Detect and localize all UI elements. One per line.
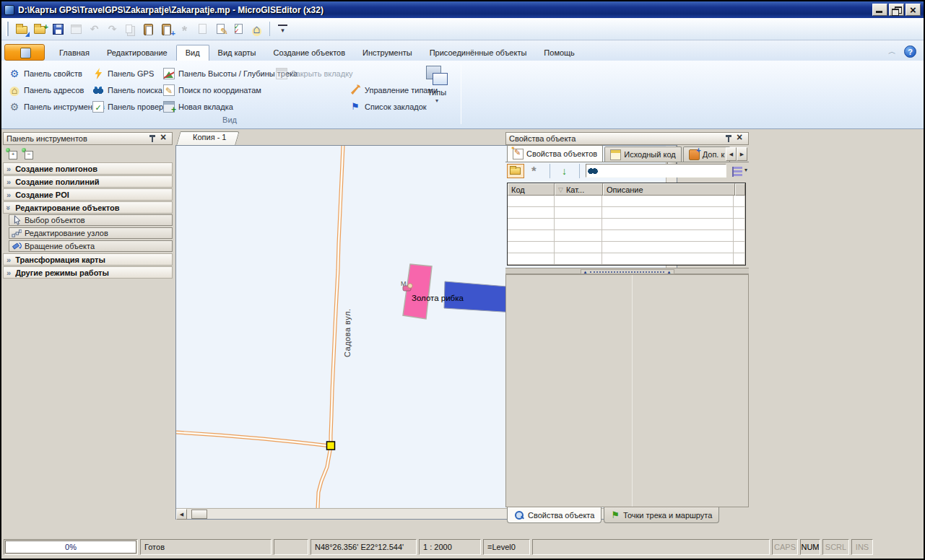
open-type-button[interactable] xyxy=(507,164,524,178)
save-icon[interactable] xyxy=(51,22,66,37)
ribbon-item-close-tab[interactable]: Закрыть вкладку xyxy=(273,66,356,81)
collapse-ribbon-icon[interactable] xyxy=(888,48,898,56)
scroll-left-icon[interactable] xyxy=(176,509,187,520)
poi-label: Золота рибка xyxy=(412,294,464,302)
section-create-polylines[interactable]: » Создание полилиний xyxy=(3,175,173,188)
splitter-handle[interactable]: ▲ ▲ xyxy=(581,269,674,274)
pane-divider[interactable] xyxy=(632,275,633,507)
open-map-icon[interactable] xyxy=(14,22,30,37)
close-panel-icon[interactable] xyxy=(160,134,169,143)
close-button[interactable] xyxy=(906,4,921,16)
ribbon-item-types[interactable]: Типы ▾ xyxy=(420,64,453,116)
tab-prisoedinennye-obekty[interactable]: Присоединённые объекты xyxy=(421,45,536,61)
toolbar-options-icon[interactable]: ▾ xyxy=(278,25,287,34)
table-row[interactable] xyxy=(508,207,745,219)
redo-icon[interactable]: ↷ xyxy=(105,22,120,37)
section-map-transformation[interactable]: » Трансформация карты xyxy=(3,253,173,266)
close-doc-icon[interactable] xyxy=(195,22,210,37)
column-header-description[interactable]: Описание xyxy=(603,183,735,196)
export-window-icon[interactable] xyxy=(69,22,84,37)
collapse-all-icon[interactable] xyxy=(22,148,33,159)
add-map-icon[interactable]: + xyxy=(32,22,48,37)
splitter-collapse-icon[interactable]: ▲ xyxy=(667,270,672,274)
horizontal-scroll-thumb[interactable] xyxy=(191,509,207,519)
help-button[interactable]: ? xyxy=(904,45,916,58)
column-header-category[interactable]: ▽ Кат... xyxy=(555,183,603,196)
paste-special-icon[interactable]: + xyxy=(159,22,174,37)
table-row[interactable] xyxy=(508,219,745,230)
application-menu-button[interactable] xyxy=(4,44,45,61)
restore-button[interactable] xyxy=(889,4,904,16)
selected-node[interactable] xyxy=(327,442,335,450)
detail-panes xyxy=(505,274,749,507)
tab-source-code[interactable]: Исходный код xyxy=(604,146,682,162)
copy-icon[interactable] xyxy=(123,22,138,37)
pin-icon[interactable] xyxy=(725,135,732,143)
tab-sozdanie-obektov[interactable]: Создание объектов xyxy=(265,45,355,61)
tab-label: Точки трека и маршрута xyxy=(623,511,712,520)
section-label: Другие режимы работы xyxy=(15,268,109,277)
bottom-tab-track-points[interactable]: Точки трека и маршрута xyxy=(604,507,719,523)
ribbon-item-label: Типы xyxy=(427,88,446,97)
section-edit-objects[interactable]: » Редактирование объектов xyxy=(3,201,173,214)
column-header-code[interactable]: Код xyxy=(508,183,555,196)
tab-label: Свойства объекта xyxy=(528,511,594,520)
ribbon-item-coordinate-search[interactable]: Поиск по координатам xyxy=(160,83,264,97)
tab-redaktirovanie[interactable]: Редактирование xyxy=(98,45,176,61)
ribbon-item-panel-gps[interactable]: Панель GPS xyxy=(90,66,157,81)
tab-glavnaya[interactable]: Главная xyxy=(51,45,98,61)
tool-rotate-object[interactable]: Вращение объекта xyxy=(9,240,173,252)
toolbar-separator xyxy=(269,22,270,36)
bottom-tab-object-properties[interactable]: Свойства объекта xyxy=(507,507,602,523)
tool-edit-nodes[interactable]: Редактирование узлов xyxy=(9,227,173,239)
table-row[interactable] xyxy=(508,196,745,207)
check-list-icon[interactable]: ✓✓ xyxy=(231,22,246,37)
splitter-collapse-icon[interactable]: ▲ xyxy=(583,270,588,274)
minimize-button[interactable] xyxy=(872,4,887,16)
ribbon-item-panel-props[interactable]: Панель свойств xyxy=(6,66,85,81)
chevron-down-icon: ▾ xyxy=(435,97,438,104)
tab-vid[interactable]: Вид xyxy=(176,45,209,61)
tab-pomosch[interactable]: Помощь xyxy=(535,45,583,61)
magic-wand-button[interactable] xyxy=(526,164,544,178)
num-indicator: NUM xyxy=(800,539,820,555)
section-create-polygons[interactable]: » Создание полигонов xyxy=(3,162,173,175)
snap-icon[interactable]: * xyxy=(177,22,192,37)
table-header: Код ▽ Кат... Описание xyxy=(508,183,745,196)
panel-splitter[interactable]: ▲ ▲ xyxy=(505,268,749,274)
poi-marker-letter: M xyxy=(401,280,407,287)
code-search-input[interactable] xyxy=(598,165,724,176)
tab-label: Доп. к xyxy=(703,150,725,159)
tab-extra-codes[interactable]: Доп. к xyxy=(683,146,731,162)
insert-code-button[interactable] xyxy=(556,164,573,178)
section-other-modes[interactable]: » Другие режимы работы xyxy=(3,266,173,279)
paste-icon[interactable] xyxy=(141,22,156,37)
ribbon-item-panel-search[interactable]: Панель поиска xyxy=(90,83,165,97)
title-bar[interactable]: D:\Карты GPS\TravelGPS\Zakarpatje\Zakarp… xyxy=(1,1,924,18)
pin-icon[interactable] xyxy=(149,135,156,143)
ribbon-item-panel-addresses[interactable]: Панель адресов xyxy=(6,83,87,97)
chevron-right-icon: » xyxy=(6,191,11,199)
tab-vid-karty[interactable]: Вид карты xyxy=(209,45,265,61)
close-panel-icon[interactable] xyxy=(737,134,745,143)
tree-toolbar xyxy=(3,145,173,162)
tool-select-objects[interactable]: Выбор объектов xyxy=(9,214,173,226)
ribbon-item-new-tab[interactable]: Новая вкладка xyxy=(160,100,236,114)
table-row[interactable] xyxy=(508,242,745,253)
sort-icon: ▽ xyxy=(558,186,563,193)
sort-list-button[interactable] xyxy=(729,164,747,178)
ribbon-item-bookmarks-list[interactable]: Список закладок xyxy=(347,100,430,114)
tab-scroll-right-icon[interactable] xyxy=(737,147,747,161)
table-row[interactable] xyxy=(508,253,745,265)
quick-access-toolbar: + ↶ ↷ + * ✎ ✓✓ ⌂ ▾ xyxy=(1,18,924,40)
tab-instrumenty[interactable]: Инструменты xyxy=(354,45,421,61)
map-tab-kopiya-1[interactable]: Копия - 1 xyxy=(178,131,238,145)
undo-icon[interactable]: ↶ xyxy=(87,22,102,37)
tab-object-properties[interactable]: Свойства объектов xyxy=(507,145,603,162)
tab-scroll-left-icon[interactable] xyxy=(726,147,737,161)
edit-doc-icon[interactable]: ✎ xyxy=(213,22,228,37)
expand-all-icon[interactable] xyxy=(6,148,17,159)
table-row[interactable] xyxy=(508,230,745,242)
section-create-poi[interactable]: » Создание POI xyxy=(3,188,173,201)
home-icon[interactable]: ⌂ xyxy=(249,22,264,37)
